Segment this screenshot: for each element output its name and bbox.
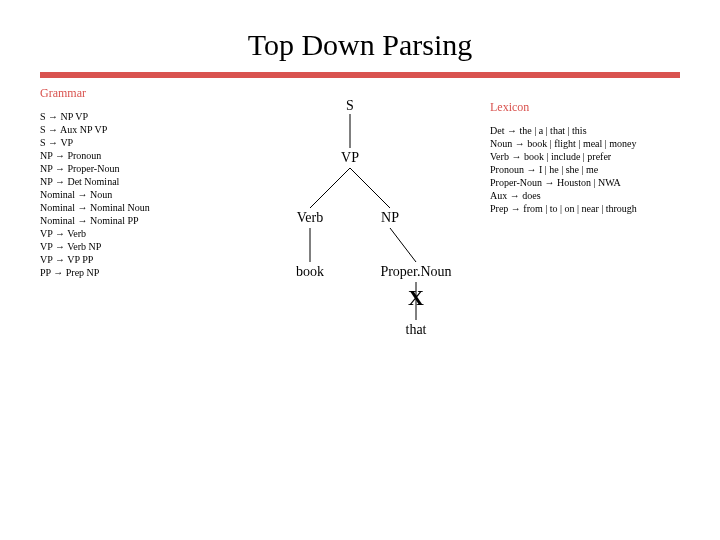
tree-edges	[210, 86, 490, 406]
parse-tree: S VP Verb NP book Proper.Noun X that	[210, 86, 490, 406]
tree-leaf-book: book	[296, 264, 324, 280]
content-columns: Grammar S → NP VP S → Aux NP VP S → VP N…	[0, 86, 720, 406]
divider	[40, 72, 680, 78]
grammar-rule: Nominal → Nominal Noun	[40, 201, 210, 214]
grammar-rule: Nominal → Noun	[40, 188, 210, 201]
grammar-rule: S → NP VP	[40, 110, 210, 123]
lexicon-entry: Pronoun → I | he | she | me	[490, 163, 680, 176]
tree-node-vp: VP	[341, 150, 359, 166]
grammar-rule: PP → Prep NP	[40, 266, 210, 279]
svg-line-2	[350, 168, 390, 208]
tree-node-s: S	[346, 98, 354, 114]
grammar-rule: S → Aux NP VP	[40, 123, 210, 136]
lexicon-entry: Proper-Noun → Houston | NWA	[490, 176, 680, 189]
grammar-rule: S → VP	[40, 136, 210, 149]
page-title: Top Down Parsing	[0, 28, 720, 62]
tree-node-np: NP	[381, 210, 399, 226]
lexicon-entry: Prep → from | to | on | near | through	[490, 202, 680, 215]
tree-fail-x: X	[408, 285, 424, 311]
lexicon-column: Lexicon Det → the | a | that | this Noun…	[490, 86, 680, 406]
grammar-rule: Nominal → Nominal PP	[40, 214, 210, 227]
grammar-rule: VP → Verb	[40, 227, 210, 240]
grammar-rule: NP → Proper-Noun	[40, 162, 210, 175]
grammar-header: Grammar	[40, 86, 210, 102]
tree-node-verb: Verb	[297, 210, 323, 226]
grammar-rule: VP → VP PP	[40, 253, 210, 266]
svg-line-4	[390, 228, 416, 262]
lexicon-entry: Noun → book | flight | meal | money	[490, 137, 680, 150]
tree-leaf-that: that	[406, 322, 427, 338]
lexicon-entry: Aux → does	[490, 189, 680, 202]
lexicon-entry: Verb → book | include | prefer	[490, 150, 680, 163]
grammar-rule: NP → Det Nominal	[40, 175, 210, 188]
lexicon-entry: Det → the | a | that | this	[490, 124, 680, 137]
grammar-rule: VP → Verb NP	[40, 240, 210, 253]
grammar-column: Grammar S → NP VP S → Aux NP VP S → VP N…	[40, 86, 210, 406]
tree-node-propernoun: Proper.Noun	[380, 264, 451, 280]
grammar-rule: NP → Pronoun	[40, 149, 210, 162]
lexicon-header: Lexicon	[490, 100, 680, 116]
svg-line-1	[310, 168, 350, 208]
